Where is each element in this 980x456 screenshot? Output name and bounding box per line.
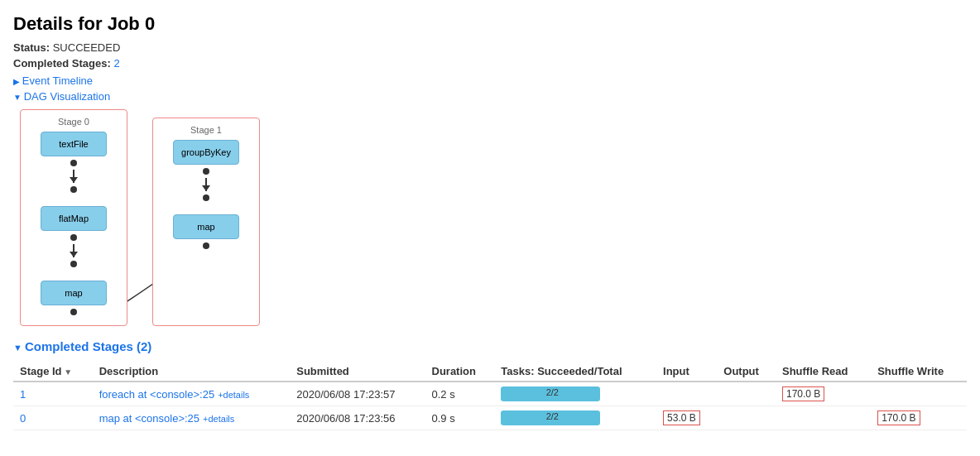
cell-shuffle-read: 170.0 B xyxy=(776,382,871,406)
cell-submitted: 2020/06/08 17:23:56 xyxy=(290,406,425,430)
col-tasks: Tasks: Succeeded/Total xyxy=(494,362,656,382)
stage-id-link[interactable]: 1 xyxy=(20,388,26,401)
table-header: Stage Id Description Submitted Duration … xyxy=(13,362,967,382)
dag-toggle[interactable]: DAG Visualization xyxy=(13,90,967,103)
shuffle-read-badge: 170.0 B xyxy=(782,386,824,401)
dag-node-map-0: map xyxy=(41,281,107,305)
table-body: 1foreach at <console>:25+details2020/06/… xyxy=(13,382,967,430)
cell-tasks: 2/2 xyxy=(494,382,656,406)
description-link[interactable]: map at <console>:25 xyxy=(99,412,199,425)
table-row: 0map at <console>:25+details2020/06/08 1… xyxy=(13,406,967,430)
details-link[interactable]: +details xyxy=(203,414,234,424)
cell-submitted: 2020/06/08 17:23:57 xyxy=(290,382,425,406)
input-badge: 53.0 B xyxy=(663,410,700,425)
col-stage-id[interactable]: Stage Id xyxy=(13,362,93,382)
cell-shuffle-read xyxy=(776,406,871,430)
cell-output xyxy=(717,382,776,406)
cell-description: map at <console>:25+details xyxy=(93,406,291,430)
dag-node-map-1: map xyxy=(173,214,239,239)
cell-shuffle-write xyxy=(871,382,967,406)
status-line: Status: SUCCEEDED xyxy=(13,41,967,54)
details-link[interactable]: +details xyxy=(218,390,249,400)
status-label: Status: xyxy=(13,41,50,54)
stage-0-box: Stage 0 textFile flatMap map xyxy=(20,109,127,326)
cell-output xyxy=(717,406,776,430)
stage-1-box: Stage 1 groupByKey map xyxy=(152,118,260,326)
cell-description: foreach at <console>:25+details xyxy=(93,382,291,406)
progress-bar-container: 2/2 xyxy=(501,386,600,401)
stage-id-link[interactable]: 0 xyxy=(20,412,26,425)
col-duration: Duration xyxy=(425,362,495,382)
col-shuffle-read: Shuffle Read xyxy=(776,362,871,382)
cell-tasks: 2/2 xyxy=(494,406,656,430)
col-input: Input xyxy=(656,362,717,382)
cell-input xyxy=(656,382,717,406)
col-description: Description xyxy=(93,362,291,382)
page-title: Details for Job 0 xyxy=(13,13,967,35)
cell-stage-id: 1 xyxy=(13,382,93,406)
col-output: Output xyxy=(717,362,776,382)
stage-1-label: Stage 1 xyxy=(160,125,252,135)
cell-duration: 0.9 s xyxy=(425,406,495,430)
stages-table: Stage Id Description Submitted Duration … xyxy=(13,362,967,430)
event-timeline-toggle[interactable]: Event Timeline xyxy=(13,74,967,87)
cell-input: 53.0 B xyxy=(656,406,717,430)
table-row: 1foreach at <console>:25+details2020/06/… xyxy=(13,382,967,406)
completed-stages-line: Completed Stages: 2 xyxy=(13,57,967,70)
dag-node-groupbykey: groupByKey xyxy=(173,140,239,165)
cell-duration: 0.2 s xyxy=(425,382,495,406)
stage-0-label: Stage 0 xyxy=(27,117,120,127)
description-link[interactable]: foreach at <console>:25 xyxy=(99,388,215,401)
progress-bar-container: 2/2 xyxy=(501,410,600,425)
col-submitted: Submitted xyxy=(290,362,425,382)
col-shuffle-write: Shuffle Write xyxy=(871,362,967,382)
status-value: SUCCEEDED xyxy=(53,41,121,54)
cell-stage-id: 0 xyxy=(13,406,93,430)
stage-0-nodes: textFile flatMap map xyxy=(27,132,120,319)
shuffle-write-badge: 170.0 B xyxy=(877,410,920,425)
completed-stages-count-link[interactable]: 2 xyxy=(113,57,119,70)
completed-stages-section-header[interactable]: Completed Stages (2) xyxy=(13,339,967,353)
stage-1-nodes: groupByKey map xyxy=(160,140,252,252)
cell-shuffle-write: 170.0 B xyxy=(871,406,967,430)
dag-node-textfile: textFile xyxy=(41,132,107,156)
completed-stages-label: Completed Stages: xyxy=(13,57,111,70)
dag-node-flatmap: flatMap xyxy=(41,206,107,231)
